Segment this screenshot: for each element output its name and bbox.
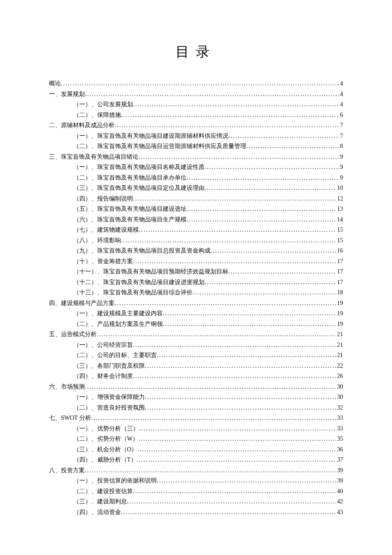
toc-leader-dots [137, 455, 336, 465]
toc-entry-label: （十）、资金筹措方案 [73, 256, 133, 267]
toc-entry-label: （一）、珠宝首饰及有关物品项目名称及建设性质 [73, 162, 205, 173]
toc-leader-dots [138, 152, 339, 163]
toc-entry-label: （二）、产品规划方案及生产纲领 [73, 319, 163, 330]
toc-entry-label: 四、建设规模与产品方案 [49, 298, 115, 309]
toc-entry: （十一）、珠宝首饰及有关物品项目预期经济效益规划目标17 [49, 267, 343, 277]
toc-leader-dots [205, 277, 336, 288]
toc-entry-page: 15 [336, 235, 343, 246]
toc-entry: （一）、公司经营宗旨21 [49, 340, 343, 351]
toc-entry-page: 7 [339, 131, 343, 142]
toc-entry: （一）、投资估算的依据和说明39 [49, 476, 343, 486]
toc-entry-page: 17 [336, 267, 343, 277]
toc-entry-label: （九）、珠宝首饰及有关物品项目总投资及资金构成 [73, 246, 210, 256]
toc-entry-label: （二）、珠宝首饰及有关物品项目运营期原辅材料供应及质量管理 [73, 141, 246, 152]
toc-entry-page: 4 [339, 99, 343, 110]
page-title: 目录 [49, 43, 343, 61]
toc-entry: （一）、增强资金保障能力30 [49, 392, 343, 403]
toc-entry: （二）、珠宝首饰及有关物品项目运营期原辅材料供应及质量管理8 [49, 141, 343, 152]
toc-leader-dots [133, 99, 339, 110]
toc-leader-dots [205, 183, 336, 194]
toc-leader-dots [139, 424, 336, 434]
toc-leader-dots [163, 308, 336, 319]
toc-leader-dots [97, 329, 336, 340]
toc-leader-dots [228, 267, 336, 277]
toc-entry: （十三）、珠宝首饰及有关物品项目综合评价18 [49, 288, 343, 298]
toc-entry-label: （二）、珠宝首饰及有关物品项目承办单位 [73, 173, 187, 183]
toc-entry-label: （十二）、珠宝首饰及有关物品项目建设进度规划 [73, 277, 205, 288]
toc-leader-dots [145, 403, 336, 413]
toc-leader-dots [85, 382, 336, 392]
toc-entry-label: （八）、环境影响 [73, 235, 121, 246]
toc-leader-dots [91, 413, 336, 424]
toc-entry: （十二）、珠宝首饰及有关物品项目建设进度规划17 [49, 277, 343, 288]
toc-entry-label: 六、市场预测 [49, 382, 85, 392]
toc-entry-page: 21 [336, 329, 343, 340]
toc-leader-dots [139, 225, 336, 235]
toc-entry-page: 21 [336, 340, 343, 351]
toc-entry-label: 五、运营模式分析 [49, 329, 97, 340]
toc-entry-label: （二）、营造良好投资氛围 [73, 403, 145, 413]
toc-entry-page: 15 [336, 225, 343, 235]
toc-entry-label: 八、投资方案 [49, 465, 85, 476]
toc-entry-page: 39 [336, 465, 343, 476]
toc-entry-page: 8 [339, 141, 343, 152]
toc-entry-page: 19 [336, 319, 343, 330]
toc-leader-dots [133, 256, 336, 267]
toc-entry: （四）、报告编制说明12 [49, 194, 343, 204]
toc-entry: 二、原辅材料及成品分析7 [49, 120, 343, 131]
toc-entry-label: （三）、珠宝首饰及有关物品项目定位及建设理由 [73, 183, 205, 194]
toc-entry: 八、投资方案39 [49, 465, 343, 476]
toc-entry-page: 30 [336, 382, 343, 392]
toc-entry-label: （十一）、珠宝首饰及有关物品项目预期经济效益规划目标 [73, 267, 228, 277]
toc-entry-label: （三）、机会分析（O） [73, 445, 137, 455]
toc-entry: （三）、各部门职责及权限22 [49, 361, 343, 372]
toc-entry: （二）、公司的目标、主要职责21 [49, 350, 343, 361]
toc-entry: （二）、产品规划方案及生产纲领19 [49, 319, 343, 330]
table-of-contents: 概论4一、发展规划4（一）、公司发展规划4（二）、保障措施6二、原辅材料及成品分… [49, 78, 343, 517]
toc-entry: （三）、机会分析（O）36 [49, 445, 343, 455]
toc-entry: 四、建设规模与产品方案19 [49, 298, 343, 309]
toc-entry: （四）、流动资金43 [49, 507, 343, 518]
toc-entry: （七）、建筑物建设规模15 [49, 225, 343, 235]
toc-entry: （一）、珠宝首饰及有关物品项目名称及建设性质9 [49, 162, 343, 173]
toc-entry: （二）、珠宝首饰及有关物品项目承办单位9 [49, 173, 343, 183]
toc-entry-label: （四）、威胁分析（T） [73, 455, 137, 465]
toc-entry-page: 9 [339, 173, 343, 183]
toc-entry-page: 19 [336, 298, 343, 309]
toc-leader-dots [157, 476, 336, 486]
toc-leader-dots [133, 194, 336, 204]
toc-leader-dots [133, 371, 336, 382]
toc-entry: （八）、环境影响15 [49, 235, 343, 246]
toc-leader-dots [187, 204, 336, 215]
toc-entry: 六、市场预测30 [49, 382, 343, 392]
toc-entry-label: （二）、劣势分析（W） [73, 434, 138, 445]
toc-entry-label: 二、原辅材料及成品分析 [49, 120, 115, 131]
toc-leader-dots [210, 246, 336, 256]
toc-entry-page: 9 [339, 162, 343, 173]
toc-entry: （三）、建设期利息42 [49, 497, 343, 507]
toc-entry-page: 13 [336, 204, 343, 215]
toc-entry-page: 33 [336, 413, 343, 424]
toc-entry-label: （六）、珠宝首饰及有关物品项目生产规模 [73, 215, 187, 225]
toc-entry: 五、运营模式分析21 [49, 329, 343, 340]
toc-entry-label: （二）、保障措施 [73, 110, 121, 121]
toc-leader-dots [121, 235, 336, 246]
toc-entry-page: 10 [336, 183, 343, 194]
toc-entry-page: 16 [336, 246, 343, 256]
toc-leader-dots [115, 298, 336, 309]
toc-entry-page: 43 [336, 507, 343, 518]
toc-entry-page: 12 [336, 194, 343, 204]
toc-entry: （九）、珠宝首饰及有关物品项目总投资及资金构成16 [49, 246, 343, 256]
toc-entry: （二）、保障措施6 [49, 110, 343, 121]
toc-entry-label: （一）、珠宝首饰及有关物品项目建设期原辅材料供应情况 [73, 131, 228, 142]
toc-entry-page: 30 [336, 392, 343, 403]
toc-leader-dots [157, 350, 336, 361]
toc-entry-page: 26 [336, 371, 343, 382]
toc-leader-dots [163, 319, 336, 330]
toc-entry-label: （一）、建设规模及主要建设内容 [73, 308, 163, 319]
toc-entry: （一）、珠宝首饰及有关物品项目建设期原辅材料供应情况7 [49, 131, 343, 142]
toc-leader-dots [133, 486, 336, 497]
toc-entry-label: （七）、建筑物建设规模 [73, 225, 139, 235]
toc-entry-label: （四）、流动资金 [73, 507, 121, 518]
toc-entry-page: 37 [336, 455, 343, 465]
